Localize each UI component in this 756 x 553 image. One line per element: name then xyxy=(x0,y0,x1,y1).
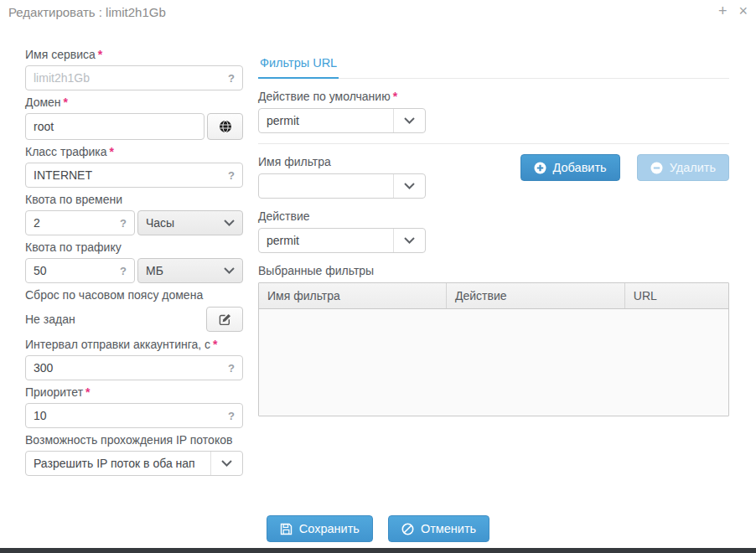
save-label: Сохранить xyxy=(299,522,360,535)
chevron-down-icon xyxy=(224,267,235,274)
timezone-reset-label: Сброс по часовом поясу домена xyxy=(25,288,243,302)
bottom-bar xyxy=(0,548,756,553)
filter-name-select[interactable] xyxy=(258,173,426,199)
service-form: Имя сервиса* ? Домен* Класс т xyxy=(25,48,243,481)
action-value: permit xyxy=(259,229,393,252)
required-marker: * xyxy=(393,90,397,103)
field-service-name: Имя сервиса* ? xyxy=(25,48,243,90)
field-priority: Приоритет* ? xyxy=(25,385,243,428)
selected-filters-table-header: Имя фильтра Действие URL xyxy=(259,283,728,309)
column-header-filter-name[interactable]: Имя фильтра xyxy=(259,283,447,308)
field-time-quota: Квота по времени ? Часы xyxy=(25,193,243,235)
default-action-select[interactable]: permit xyxy=(258,108,426,133)
selected-filters-table-body xyxy=(259,309,728,416)
traffic-quota-unit-value: МБ xyxy=(146,264,163,277)
accounting-interval-label: Интервал отправки аккаунтинга, с* xyxy=(25,338,243,352)
service-name-label: Имя сервиса* xyxy=(25,48,243,62)
save-icon xyxy=(280,523,293,535)
chevron-down-icon xyxy=(210,452,242,475)
filter-name-value xyxy=(259,174,393,198)
required-marker: * xyxy=(110,145,114,158)
filter-name-label: Имя фильтра xyxy=(258,155,426,169)
domain-picker-button[interactable] xyxy=(207,113,243,140)
help-icon: ? xyxy=(228,169,235,182)
time-quota-input[interactable] xyxy=(26,216,134,230)
traffic-class-label: Класс трафика* xyxy=(25,145,243,159)
traffic-quota-unit-select[interactable]: МБ xyxy=(137,258,243,283)
time-quota-unit-select[interactable]: Часы xyxy=(137,210,243,235)
plus-circle-icon xyxy=(534,162,546,174)
window-tools: + × xyxy=(718,2,748,20)
service-name-input[interactable] xyxy=(26,71,242,85)
required-marker: * xyxy=(64,96,68,109)
column-header-action[interactable]: Действие xyxy=(447,283,625,308)
close-icon[interactable]: × xyxy=(738,2,748,20)
cancel-label: Отменить xyxy=(421,522,476,535)
chevron-down-icon xyxy=(393,174,425,198)
timezone-edit-button[interactable] xyxy=(206,307,243,332)
ip-flow-select[interactable]: Разрешить IP поток в оба нап xyxy=(25,451,243,476)
dialog-footer: Сохранить Отменить xyxy=(0,515,756,542)
help-icon: ? xyxy=(120,217,127,230)
domain-label: Домен* xyxy=(25,96,243,110)
remove-filter-button[interactable]: Удалить xyxy=(637,154,729,181)
tab-url-filters[interactable]: Фильтры URL xyxy=(258,52,339,79)
domain-input[interactable] xyxy=(26,120,204,133)
help-icon: ? xyxy=(120,265,127,277)
default-action-value: permit xyxy=(259,109,393,132)
cancel-button[interactable]: Отменить xyxy=(388,515,489,542)
chevron-down-icon xyxy=(393,109,425,132)
ban-icon xyxy=(401,523,414,535)
ip-flow-label: Возможность прохождения IP потоков xyxy=(25,433,243,447)
chevron-down-icon xyxy=(393,229,425,252)
expand-icon[interactable]: + xyxy=(718,2,728,20)
help-icon: ? xyxy=(228,72,235,85)
help-icon: ? xyxy=(228,410,235,422)
required-marker: * xyxy=(85,385,90,399)
priority-label: Приоритет* xyxy=(25,385,243,400)
save-button[interactable]: Сохранить xyxy=(267,515,373,542)
required-marker: * xyxy=(213,338,217,351)
required-marker: * xyxy=(98,48,102,61)
selected-filters-label: Выбранные фильтры xyxy=(258,264,729,278)
field-traffic-class: Класс трафика* ? xyxy=(25,145,243,188)
add-filter-label: Добавить xyxy=(553,161,607,174)
minus-circle-icon xyxy=(650,162,663,174)
remove-filter-label: Удалить xyxy=(670,161,716,174)
timezone-reset-value: Не задан xyxy=(25,313,75,326)
selected-filters-table: Имя фильтра Действие URL xyxy=(258,282,729,416)
traffic-quota-input[interactable] xyxy=(26,264,134,277)
time-quota-label: Квота по времени xyxy=(25,193,243,207)
priority-input[interactable] xyxy=(26,409,242,422)
traffic-class-input[interactable] xyxy=(26,168,242,182)
field-traffic-quota: Квота по трафику ? МБ xyxy=(25,240,243,283)
field-accounting-interval: Интервал отправки аккаунтинга, с* ? xyxy=(25,338,243,380)
column-header-url[interactable]: URL xyxy=(625,283,728,308)
edit-icon xyxy=(219,313,231,326)
help-icon: ? xyxy=(228,362,235,375)
action-select[interactable]: permit xyxy=(258,228,426,253)
field-ip-flow: Возможность прохождения IP потоков Разре… xyxy=(25,433,243,476)
field-timezone-reset: Сброс по часовом поясу домена Не задан xyxy=(25,288,243,333)
add-filter-button[interactable]: Добавить xyxy=(520,154,620,181)
tabbar: Фильтры URL xyxy=(258,52,729,79)
traffic-quota-label: Квота по трафику xyxy=(25,240,243,255)
chevron-down-icon xyxy=(224,220,235,226)
accounting-interval-input[interactable] xyxy=(26,361,242,375)
filter-name-row: Имя фильтра Добавить xyxy=(258,144,729,199)
action-label: Действие xyxy=(258,209,729,224)
time-quota-unit-value: Часы xyxy=(146,216,174,230)
url-filters-panel: Фильтры URL Действие по умолчанию* permi… xyxy=(258,52,729,416)
default-action-label: Действие по умолчанию* xyxy=(258,90,729,104)
ip-flow-value: Разрешить IP поток в оба нап xyxy=(26,452,210,475)
dialog-title: Редактировать : limit2h1Gb xyxy=(8,5,166,19)
field-domain: Домен* xyxy=(25,96,243,140)
globe-icon xyxy=(219,120,232,133)
